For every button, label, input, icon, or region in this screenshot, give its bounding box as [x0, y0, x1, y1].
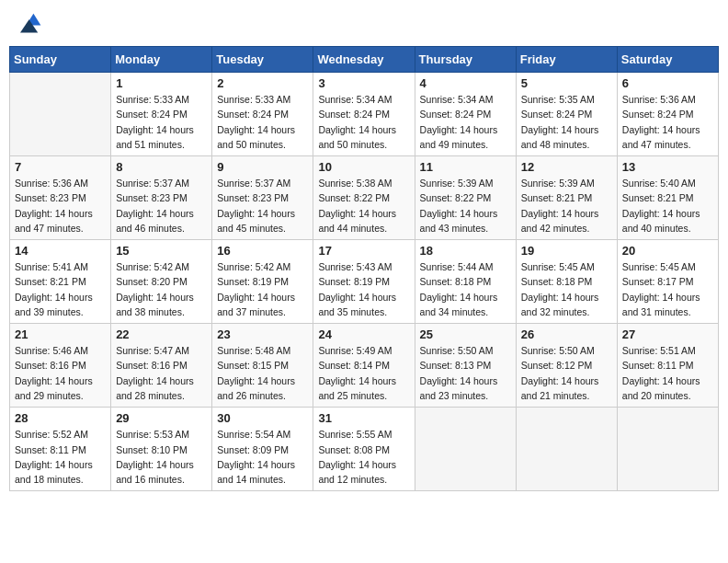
sunset: Sunset: 8:24 PM: [521, 109, 593, 120]
day-cell: 21 Sunrise: 5:46 AM Sunset: 8:16 PM Dayl…: [10, 324, 111, 408]
day-info: Sunrise: 5:48 AM Sunset: 8:15 PM Dayligh…: [217, 343, 308, 403]
sunrise: Sunrise: 5:53 AM: [116, 429, 189, 440]
day-cell: 12 Sunrise: 5:39 AM Sunset: 8:21 PM Dayl…: [516, 156, 617, 240]
day-info: Sunrise: 5:33 AM Sunset: 8:24 PM Dayligh…: [116, 92, 207, 152]
sunrise: Sunrise: 5:39 AM: [521, 178, 595, 189]
header-cell-sunday: Sunday: [10, 47, 111, 73]
day-info: Sunrise: 5:40 AM Sunset: 8:21 PM Dayligh…: [622, 176, 713, 236]
page-header: [9, 9, 719, 39]
day-info: Sunrise: 5:38 AM Sunset: 8:22 PM Dayligh…: [318, 176, 409, 236]
daylight: Daylight: 14 hours and 45 minutes.: [217, 208, 295, 234]
day-number: 28: [15, 411, 106, 425]
logo: [13, 9, 46, 39]
day-info: Sunrise: 5:50 AM Sunset: 8:13 PM Dayligh…: [420, 343, 511, 403]
day-number: 13: [622, 160, 713, 174]
sunrise: Sunrise: 5:47 AM: [116, 345, 189, 356]
day-cell: 27 Sunrise: 5:51 AM Sunset: 8:11 PM Dayl…: [617, 324, 718, 408]
day-cell: 9 Sunrise: 5:37 AM Sunset: 8:23 PM Dayli…: [212, 156, 313, 240]
sunrise: Sunrise: 5:48 AM: [217, 345, 290, 356]
daylight: Daylight: 14 hours and 43 minutes.: [420, 208, 498, 234]
daylight: Daylight: 14 hours and 47 minutes.: [15, 208, 93, 234]
daylight: Daylight: 14 hours and 34 minutes.: [420, 292, 498, 317]
day-info: Sunrise: 5:42 AM Sunset: 8:19 PM Dayligh…: [217, 259, 308, 319]
day-cell: 11 Sunrise: 5:39 AM Sunset: 8:22 PM Dayl…: [415, 156, 516, 240]
day-number: 24: [318, 327, 409, 341]
daylight: Daylight: 14 hours and 20 minutes.: [622, 375, 700, 401]
day-number: 26: [521, 327, 612, 341]
sunset: Sunset: 8:16 PM: [116, 360, 188, 371]
sunrise: Sunrise: 5:50 AM: [420, 345, 494, 356]
day-info: Sunrise: 5:42 AM Sunset: 8:20 PM Dayligh…: [116, 259, 207, 319]
day-number: 12: [521, 160, 612, 174]
sunset: Sunset: 8:13 PM: [420, 360, 492, 371]
sunrise: Sunrise: 5:45 AM: [521, 261, 595, 272]
day-cell: 28 Sunrise: 5:52 AM Sunset: 8:11 PM Dayl…: [10, 408, 111, 491]
day-info: Sunrise: 5:49 AM Sunset: 8:14 PM Dayligh…: [318, 343, 409, 403]
sunset: Sunset: 8:24 PM: [318, 109, 390, 120]
sunrise: Sunrise: 5:44 AM: [420, 261, 494, 272]
day-info: Sunrise: 5:47 AM Sunset: 8:16 PM Dayligh…: [116, 343, 207, 403]
day-cell: 16 Sunrise: 5:42 AM Sunset: 8:19 PM Dayl…: [212, 240, 313, 324]
day-cell: 13 Sunrise: 5:40 AM Sunset: 8:21 PM Dayl…: [617, 156, 718, 240]
sunrise: Sunrise: 5:34 AM: [318, 94, 392, 105]
sunrise: Sunrise: 5:34 AM: [420, 94, 494, 105]
day-cell: 2 Sunrise: 5:33 AM Sunset: 8:24 PM Dayli…: [212, 73, 313, 156]
day-cell: 7 Sunrise: 5:36 AM Sunset: 8:23 PM Dayli…: [10, 156, 111, 240]
sunset: Sunset: 8:12 PM: [521, 360, 593, 371]
day-number: 21: [15, 327, 106, 341]
day-cell: [516, 408, 617, 491]
daylight: Daylight: 14 hours and 21 minutes.: [521, 375, 599, 401]
day-cell: 18 Sunrise: 5:44 AM Sunset: 8:18 PM Dayl…: [415, 240, 516, 324]
day-number: 5: [521, 76, 612, 90]
day-number: 14: [15, 244, 106, 258]
header-cell-friday: Friday: [516, 47, 617, 73]
day-info: Sunrise: 5:37 AM Sunset: 8:23 PM Dayligh…: [217, 176, 308, 236]
daylight: Daylight: 14 hours and 44 minutes.: [318, 208, 396, 234]
daylight: Daylight: 14 hours and 49 minutes.: [420, 124, 498, 150]
day-number: 17: [318, 244, 409, 258]
sunset: Sunset: 8:18 PM: [521, 276, 593, 287]
sunset: Sunset: 8:20 PM: [116, 276, 188, 287]
day-info: Sunrise: 5:51 AM Sunset: 8:11 PM Dayligh…: [622, 343, 713, 403]
daylight: Daylight: 14 hours and 50 minutes.: [318, 124, 396, 150]
logo-icon: [13, 9, 42, 39]
daylight: Daylight: 14 hours and 28 minutes.: [116, 375, 194, 401]
day-cell: 4 Sunrise: 5:34 AM Sunset: 8:24 PM Dayli…: [415, 73, 516, 156]
sunrise: Sunrise: 5:45 AM: [622, 261, 696, 272]
daylight: Daylight: 14 hours and 51 minutes.: [116, 124, 194, 150]
day-cell: 22 Sunrise: 5:47 AM Sunset: 8:16 PM Dayl…: [111, 324, 212, 408]
daylight: Daylight: 14 hours and 50 minutes.: [217, 124, 295, 150]
sunset: Sunset: 8:23 PM: [217, 192, 289, 203]
day-number: 7: [15, 160, 106, 174]
week-row-4: 21 Sunrise: 5:46 AM Sunset: 8:16 PM Dayl…: [10, 324, 719, 408]
day-number: 20: [622, 244, 713, 258]
day-info: Sunrise: 5:44 AM Sunset: 8:18 PM Dayligh…: [420, 259, 511, 319]
day-info: Sunrise: 5:36 AM Sunset: 8:24 PM Dayligh…: [622, 92, 713, 152]
day-cell: 26 Sunrise: 5:50 AM Sunset: 8:12 PM Dayl…: [516, 324, 617, 408]
sunrise: Sunrise: 5:37 AM: [116, 178, 189, 189]
daylight: Daylight: 14 hours and 12 minutes.: [318, 459, 396, 485]
daylight: Daylight: 14 hours and 18 minutes.: [15, 459, 93, 485]
day-cell: 10 Sunrise: 5:38 AM Sunset: 8:22 PM Dayl…: [313, 156, 415, 240]
day-cell: 25 Sunrise: 5:50 AM Sunset: 8:13 PM Dayl…: [415, 324, 516, 408]
day-number: 9: [217, 160, 308, 174]
daylight: Daylight: 14 hours and 23 minutes.: [420, 375, 498, 401]
daylight: Daylight: 14 hours and 25 minutes.: [318, 375, 396, 401]
sunrise: Sunrise: 5:33 AM: [116, 94, 189, 105]
day-cell: 8 Sunrise: 5:37 AM Sunset: 8:23 PM Dayli…: [111, 156, 212, 240]
day-cell: 1 Sunrise: 5:33 AM Sunset: 8:24 PM Dayli…: [111, 73, 212, 156]
daylight: Daylight: 14 hours and 29 minutes.: [15, 375, 93, 401]
calendar-table: SundayMondayTuesdayWednesdayThursdayFrid…: [9, 46, 719, 491]
day-cell: 3 Sunrise: 5:34 AM Sunset: 8:24 PM Dayli…: [313, 73, 415, 156]
sunset: Sunset: 8:24 PM: [217, 109, 289, 120]
sunrise: Sunrise: 5:36 AM: [622, 94, 696, 105]
day-number: 4: [420, 76, 511, 90]
daylight: Daylight: 14 hours and 31 minutes.: [622, 292, 700, 317]
sunset: Sunset: 8:18 PM: [420, 276, 492, 287]
day-info: Sunrise: 5:55 AM Sunset: 8:08 PM Dayligh…: [318, 427, 409, 487]
sunrise: Sunrise: 5:35 AM: [521, 94, 595, 105]
day-cell: 29 Sunrise: 5:53 AM Sunset: 8:10 PM Dayl…: [111, 408, 212, 491]
daylight: Daylight: 14 hours and 48 minutes.: [521, 124, 599, 150]
sunset: Sunset: 8:09 PM: [217, 444, 289, 455]
day-number: 29: [116, 411, 207, 425]
